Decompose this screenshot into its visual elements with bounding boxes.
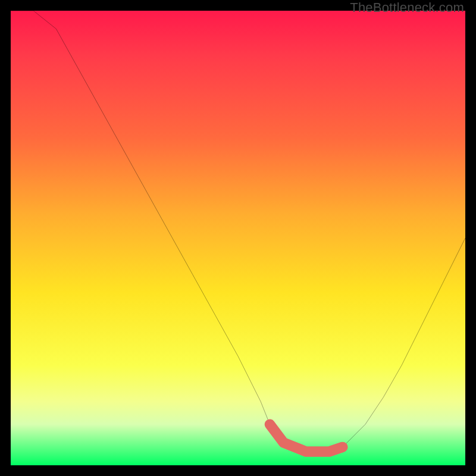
optimal-range-start-dot xyxy=(265,420,274,429)
bottleneck-curve xyxy=(11,11,465,452)
watermark-text: TheBottleneck.com xyxy=(350,0,464,15)
optimal-range-marker xyxy=(270,424,342,452)
plot-area xyxy=(11,11,465,465)
curve-layer xyxy=(11,11,465,465)
chart-frame: TheBottleneck.com xyxy=(0,0,476,476)
